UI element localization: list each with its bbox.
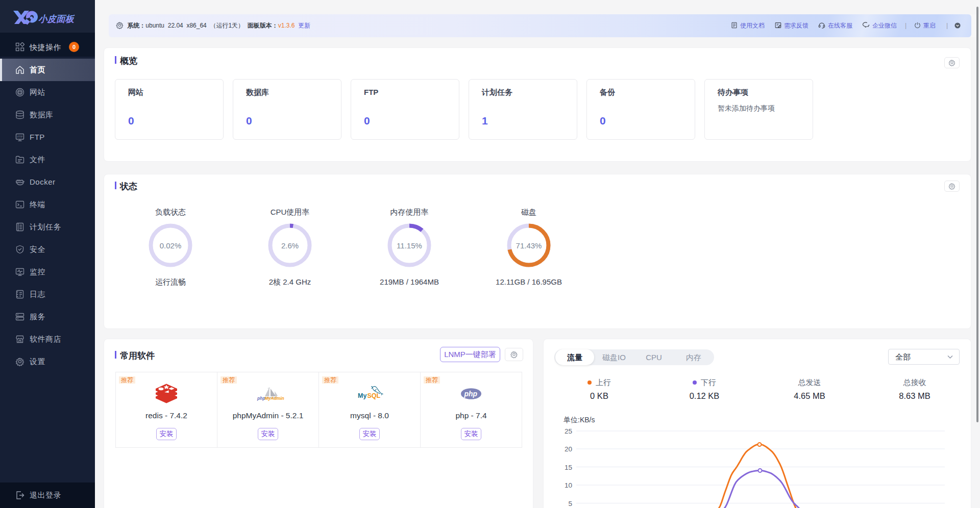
svg-text:SQL: SQL — [368, 392, 381, 399]
svg-text:20: 20 — [565, 445, 572, 453]
svg-text:15: 15 — [565, 464, 572, 471]
svg-text:10: 10 — [565, 481, 572, 489]
svg-text:MyAdmin: MyAdmin — [265, 396, 284, 401]
svg-text:My: My — [358, 392, 366, 399]
svg-text:小皮面板: 小皮面板 — [38, 14, 76, 24]
svg-text:5: 5 — [568, 500, 572, 507]
svg-text:php: php — [257, 396, 265, 401]
svg-text:php: php — [464, 390, 478, 398]
svg-text:FTP: FTP — [17, 135, 23, 138]
svg-text:25: 25 — [565, 427, 572, 435]
